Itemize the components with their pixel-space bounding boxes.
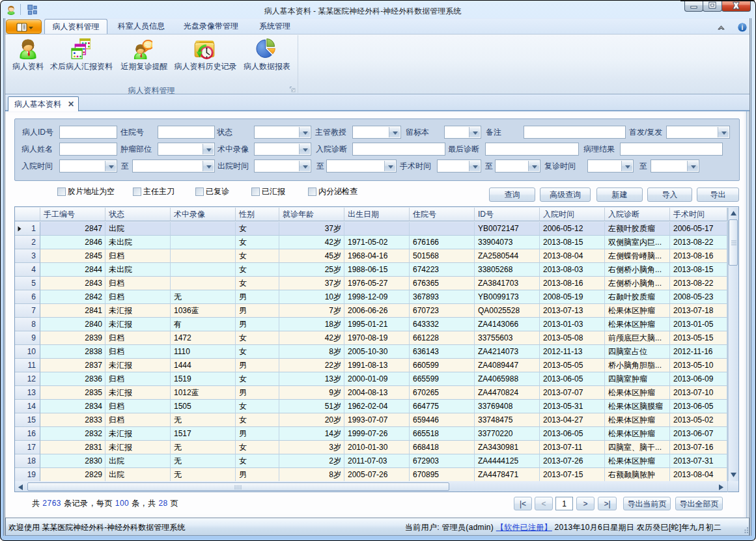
svg-text:i: i bbox=[742, 24, 744, 31]
